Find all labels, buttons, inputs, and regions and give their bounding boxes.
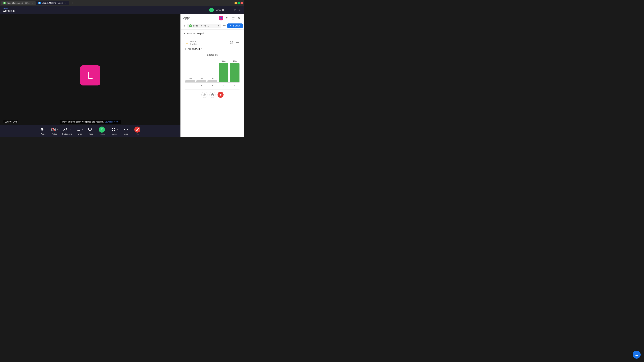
poll-question: How was it? — [185, 47, 240, 51]
svg-rect-24 — [211, 94, 214, 96]
video-label: Video — [52, 133, 57, 135]
topbar-maximize-button[interactable]: □ — [234, 8, 237, 12]
topbar-win-controls: — □ × — [229, 8, 242, 12]
bottom-toolbar: ▲ Audio ▲ — [0, 125, 180, 137]
nav-more-button[interactable]: ••• — [222, 23, 226, 28]
apps-sidebar: Apps 👤 — [180, 14, 244, 137]
bar-4 — [219, 63, 228, 82]
svg-point-22 — [231, 42, 232, 43]
toolbar-item-more[interactable]: More — [121, 127, 131, 135]
browser-tab-bar: S Integrations Zoom Profile × Z Launch M… — [1, 0, 75, 6]
view-button[interactable]: View ▦ — [216, 9, 224, 11]
tab-close-1[interactable]: × — [31, 2, 34, 4]
svg-point-14 — [124, 129, 125, 130]
poll-eye-button[interactable] — [202, 92, 208, 98]
audio-caret-icon[interactable]: ▲ — [45, 129, 47, 130]
breadcrumb-back-button[interactable]: Back — [183, 32, 192, 35]
close-sidebar-button[interactable] — [237, 16, 242, 20]
notification-text: Don't have the Zoom Workplace app instal… — [62, 121, 104, 123]
end-call-icon — [134, 126, 140, 133]
poll-lock-button[interactable] — [210, 92, 216, 98]
browser-tab-launch[interactable]: Z Launch Meeting - Zoom × — [36, 1, 69, 5]
bar-pct-3: 0% — [211, 77, 214, 80]
slido-favicon: S — [189, 24, 192, 27]
bar-column-5: 50% — [230, 60, 240, 82]
tab-close-2[interactable]: × — [64, 2, 67, 4]
poll-votes-label: 2 votes — [190, 43, 228, 45]
svg-point-7 — [66, 128, 67, 129]
video-caret-icon[interactable]: ▲ — [56, 129, 58, 130]
zoom-topbar-right: ✓ View ▦ — □ × — [209, 8, 242, 12]
toolbar-item-chat[interactable]: ▲ Chat — [75, 127, 85, 135]
bar-chart-area: 0% 0% — [185, 58, 240, 82]
window-minimize[interactable] — [234, 2, 237, 4]
poll-settings-button[interactable] — [229, 40, 234, 45]
svg-rect-9 — [100, 128, 103, 129]
external-link-icon[interactable] — [231, 16, 236, 20]
bar-label-4: 4 — [219, 84, 228, 87]
share-button[interactable]: ↑ Share — [227, 23, 243, 28]
sidebar-title: Apps — [183, 16, 217, 20]
svg-rect-11 — [114, 128, 115, 129]
tab-favicon-1: S — [3, 2, 6, 4]
toolbar-item-react[interactable]: ▲ React — [86, 127, 96, 135]
share-caret-icon[interactable]: ▲ — [105, 129, 107, 130]
poll-type-label: Rating — [190, 40, 228, 43]
slido-tab-label: Slido - Polling ... — [193, 24, 209, 27]
chat-caret-icon[interactable]: ▲ — [82, 129, 83, 130]
toolbar-item-share[interactable]: ▲ Share — [98, 126, 108, 135]
end-label: End — [136, 133, 139, 135]
toolbar-item-audio[interactable]: ▲ Audio — [38, 127, 48, 135]
react-caret-icon[interactable]: ▲ — [93, 129, 95, 130]
new-tab-button[interactable]: + — [70, 1, 75, 5]
poll-stop-button[interactable] — [218, 92, 224, 98]
bar-column-3: 0% — [208, 77, 217, 82]
window-maximize[interactable] — [238, 2, 240, 4]
poll-card-header: ☆ Rating 2 votes ••• — [185, 40, 240, 45]
toolbar-item-participants[interactable]: 1 ▲ Participants — [61, 127, 73, 135]
download-link[interactable]: Download Now — [104, 121, 118, 123]
toolbar-item-end[interactable]: End — [132, 126, 142, 135]
topbar-close-button[interactable]: × — [238, 8, 242, 12]
svg-rect-25 — [220, 94, 221, 96]
poll-action-row — [185, 89, 240, 100]
breadcrumb: Back Active poll — [183, 32, 242, 35]
bar-pct-5: 50% — [232, 60, 237, 62]
share-icon — [99, 126, 105, 133]
svg-point-16 — [127, 129, 128, 130]
bar-labels-row: 1 2 3 4 5 — [185, 84, 240, 87]
react-icon — [88, 127, 93, 132]
bar-3 — [208, 80, 217, 82]
svg-rect-10 — [112, 128, 113, 129]
breadcrumb-back-label: Back — [187, 32, 192, 35]
bar-column-1: 0% — [185, 77, 195, 82]
toolbar-item-apps[interactable]: ▲ Apps — [110, 127, 120, 135]
app-nav-back-button[interactable]: ‹ — [182, 23, 187, 28]
bar-label-2: 2 — [196, 84, 206, 87]
apps-icon — [111, 127, 116, 132]
slido-tab-caret: ▼ — [218, 25, 220, 27]
person-icon[interactable]: 👤 — [219, 16, 224, 20]
zoom-topbar: zoom Workplace ✓ View ▦ — □ × — [0, 6, 244, 14]
window-controls — [234, 2, 243, 4]
topbar-minimize-button[interactable]: — — [229, 8, 232, 12]
window-close[interactable] — [240, 2, 243, 4]
toolbar-item-video[interactable]: ▲ Video — [50, 127, 60, 135]
bar-column-4: 50% — [219, 60, 228, 82]
slido-tab[interactable]: S Slido - Polling ... ▼ — [187, 24, 221, 28]
browser-tab-integrations[interactable]: S Integrations Zoom Profile × — [1, 1, 36, 5]
bar-5 — [230, 63, 240, 82]
more-label: More — [124, 133, 128, 135]
svg-rect-0 — [42, 128, 42, 130]
apps-caret-icon[interactable]: ▲ — [116, 129, 118, 130]
video-area: L Lauren Deli — [0, 14, 180, 137]
video-icon-row: ▲ — [51, 127, 58, 132]
more-icon-row — [123, 127, 129, 132]
poll-more-button[interactable]: ••• — [235, 40, 240, 45]
bar-label-5: 5 — [230, 84, 240, 87]
share-icon-row: ▲ — [99, 126, 107, 133]
code-icon[interactable] — [225, 16, 230, 20]
audio-label: Audio — [41, 133, 46, 135]
participants-caret-icon[interactable]: ▲ — [70, 129, 72, 130]
share-label: Share — [100, 133, 105, 135]
